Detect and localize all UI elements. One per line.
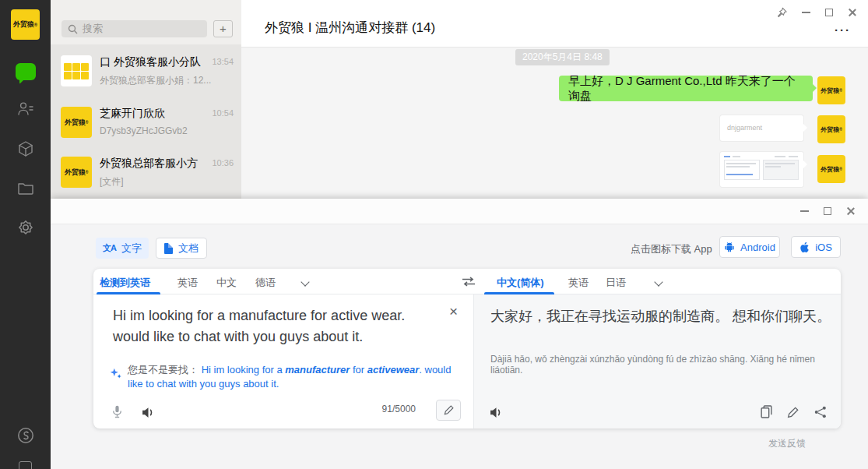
miniprogram-icon[interactable] — [19, 461, 32, 469]
document-icon — [164, 243, 173, 254]
microphone-icon[interactable] — [112, 405, 122, 418]
pencil-icon — [444, 405, 454, 415]
chat-time: 13:54 — [212, 57, 234, 66]
group-avatar — [61, 55, 92, 86]
chevron-down-icon[interactable] — [654, 277, 662, 286]
maximize-icon[interactable] — [824, 207, 831, 215]
source-text-input[interactable]: Hi im looking for a manufacture for acti… — [113, 305, 434, 347]
avatar[interactable]: 外贸狼® — [817, 115, 845, 143]
chevron-down-icon[interactable] — [300, 277, 309, 286]
chat-title: 外贸狼总部客服小方 — [100, 157, 224, 171]
share-icon[interactable] — [814, 406, 827, 418]
clear-source-icon[interactable]: × — [449, 304, 458, 319]
tab-target-japanese[interactable]: 日语 — [606, 276, 626, 290]
contacts-icon[interactable] — [0, 100, 51, 118]
chat-last-message: D7ysb3yZHcJGGvb2 — [100, 125, 234, 136]
app-logo[interactable]: 外贸狼® — [11, 9, 40, 40]
avatar[interactable]: 外贸狼® — [817, 155, 845, 183]
edit-source-button[interactable] — [436, 400, 461, 421]
tab-target-english[interactable]: 英语 — [568, 276, 589, 290]
close-icon[interactable] — [846, 206, 856, 216]
flower-gear-icon[interactable] — [0, 218, 51, 238]
translator-titlebar — [51, 199, 868, 224]
tab-source-english[interactable]: 英语 — [177, 276, 198, 290]
chat-title: 口 外贸狼客服小分队 — [100, 55, 224, 69]
character-count: 91/5000 — [382, 404, 416, 414]
translate-text-icon: 文A — [103, 242, 116, 254]
avatar[interactable]: 外贸狼® — [817, 76, 845, 104]
send-feedback-link[interactable]: 发送反馈 — [768, 437, 806, 450]
message-bubble-text[interactable]: 早上好，D J Garment Co.,Ltd 昨天来了一个询盘 — [559, 76, 813, 101]
more-options-button[interactable]: ··· — [835, 23, 851, 37]
list-item[interactable]: 外贸狼® 外贸狼总部客服小方 10:36 [文件] — [51, 148, 241, 198]
apple-icon — [799, 242, 810, 253]
pin-icon[interactable] — [777, 7, 787, 18]
minimize-icon[interactable] — [802, 12, 810, 13]
did-you-mean-suggestion[interactable]: 您是不是要找： Hi im looking for a manufacturer… — [128, 363, 455, 391]
chat-last-message: 外贸狼总部客服小娟：12... — [100, 74, 234, 87]
page-title: 外贸狼 I 温州沟通对接群 (14) — [265, 19, 435, 37]
ios-download-button[interactable]: iOS — [791, 236, 841, 258]
link-circle-icon[interactable] — [0, 425, 51, 446]
package-icon[interactable] — [0, 139, 51, 158]
message-screenshot-thumbnail[interactable] — [720, 152, 803, 187]
chat-icon[interactable] — [0, 63, 51, 80]
translator-window: 文A 文字 文档 点击图标下载 App Android iOS 检测到英语 英语… — [51, 199, 868, 469]
chat-list-header: 搜索 + — [51, 0, 241, 44]
translation-text: 大家好，我正在寻找运动服的制造商。 想和你们聊天。 — [490, 305, 831, 327]
android-download-button[interactable]: Android — [719, 236, 780, 258]
listen-translation-icon[interactable] — [490, 407, 503, 418]
tab-target-chinese-simplified[interactable]: 中文(简体) — [497, 276, 544, 290]
search-placeholder: 搜索 — [83, 22, 103, 36]
search-input[interactable]: 搜索 — [61, 20, 207, 37]
minimize-icon[interactable] — [800, 210, 809, 212]
app-logo-text: 外贸狼 — [13, 19, 34, 30]
language-tabs: 检测到英语 英语 中文 德语 中文(简体) 英语 日语 — [93, 269, 841, 294]
text-mode-button[interactable]: 文A 文字 — [96, 238, 149, 259]
chat-titlebar: 外贸狼 I 温州沟通对接群 (14) ··· — [241, 0, 868, 48]
spellcheck-sparkle-icon — [109, 367, 122, 380]
image-text: dnjgarment — [727, 124, 762, 132]
android-icon — [724, 242, 735, 253]
suggest-edit-icon[interactable] — [787, 407, 799, 418]
search-icon — [68, 24, 78, 34]
listen-source-icon[interactable] — [142, 407, 155, 418]
tab-source-chinese[interactable]: 中文 — [216, 276, 237, 290]
avatar: 外贸狼® — [61, 107, 92, 138]
document-mode-button[interactable]: 文档 — [156, 238, 207, 259]
add-chat-button[interactable]: + — [213, 20, 233, 37]
folder-icon[interactable] — [0, 179, 51, 198]
tab-detected-language[interactable]: 检测到英语 — [100, 276, 150, 290]
avatar: 外贸狼® — [61, 157, 92, 188]
chat-title: 芝麻开门欣欣 — [100, 107, 224, 121]
maximize-icon[interactable] — [825, 9, 833, 16]
date-divider: 2020年5月4日 8:48 — [515, 49, 610, 65]
swap-languages-icon[interactable] — [461, 277, 476, 287]
chat-last-message: [文件] — [100, 175, 234, 189]
close-icon[interactable] — [848, 8, 857, 17]
source-panel: Hi im looking for a manufacture for acti… — [93, 294, 473, 428]
tab-source-german[interactable]: 德语 — [255, 276, 276, 290]
download-app-hint: 点击图标下载 App — [631, 242, 712, 256]
chat-time: 10:36 — [212, 158, 234, 168]
copy-icon[interactable] — [761, 405, 772, 418]
chat-time: 10:54 — [212, 108, 234, 118]
chat-window: 外贸狼 I 温州沟通对接群 (14) ··· 2020年5月4日 8:48 早上… — [241, 0, 868, 199]
app-sidebar: 外贸狼® — [0, 0, 51, 469]
message-image-thumbnail[interactable]: dnjgarment — [720, 115, 803, 141]
pinyin-transliteration: Dàjiā hǎo, wǒ zhèngzài xúnzhǎo yùndòng f… — [490, 354, 831, 376]
translate-card: 检测到英语 英语 中文 德语 中文(简体) 英语 日语 Hi im lookin… — [93, 269, 841, 428]
list-item[interactable]: 外贸狼® 芝麻开门欣欣 10:54 D7ysb3yZHcJGGvb2 — [51, 98, 241, 148]
list-item[interactable]: 口 外贸狼客服小分队 13:54 外贸狼总部客服小娟：12... — [51, 47, 241, 97]
target-panel: 大家好，我正在寻找运动服的制造商。 想和你们聊天。 Dàjiā hǎo, wǒ … — [474, 294, 841, 428]
